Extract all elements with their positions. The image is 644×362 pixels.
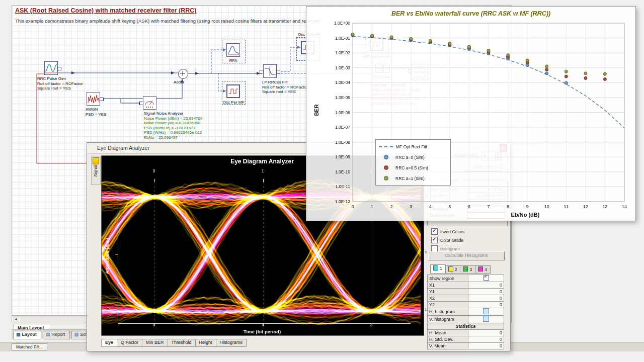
tab-icon: ▦ — [16, 332, 21, 337]
gauge-icon — [143, 97, 156, 109]
table-cell-value[interactable]: 0 — [468, 330, 504, 336]
input-port[interactable] — [260, 70, 264, 73]
table-row: H. Mean0 — [428, 330, 504, 336]
waveform-icon — [45, 62, 57, 74]
tab-report[interactable]: ▤Report — [43, 331, 70, 339]
table-row: X10 — [428, 282, 504, 289]
tab-signal[interactable]: Signal — [91, 156, 101, 185]
chart-yaxis-label: BER — [313, 104, 319, 116]
region-color-tabs: 1234 — [430, 264, 491, 273]
table-row: V. Mean0 — [428, 343, 504, 349]
eye-window-title: Eye Diagram Analyzer — [97, 145, 149, 151]
plus-icon — [179, 69, 187, 77]
x-tick-label: 0 — [351, 204, 354, 209]
tab-layout[interactable]: ▦Layout — [13, 331, 41, 339]
block-osc-per-mf[interactable] — [226, 84, 240, 98]
tab-min-ber[interactable]: Min BER — [142, 339, 168, 347]
x-tick-label: 9 — [526, 204, 529, 209]
color-tab-3[interactable]: 3 — [460, 265, 475, 274]
block-rfa[interactable] — [226, 43, 240, 57]
color-tab-2[interactable]: 2 — [446, 265, 461, 274]
histogram-checkbox[interactable] — [483, 316, 489, 322]
output-port[interactable] — [57, 67, 61, 70]
block-param: EbNo = 25.096497 — [144, 135, 202, 140]
checkbox[interactable] — [431, 237, 438, 243]
schematic-subtitle: This example demonstrates binary amplitu… — [15, 18, 320, 24]
block-param: PSD (W/Hz) = 0.99615495e-012 — [144, 130, 202, 135]
block-name: AWGN — [86, 107, 106, 112]
chart-legend: MF Opt Rect FiltRRC a=0 (Sim)RRC a=0.5 (… — [375, 139, 451, 186]
x-tick-label: 6 — [468, 204, 470, 209]
checkbox-row: Invert Colors — [431, 227, 464, 236]
tab-eye[interactable]: Eye — [101, 339, 117, 347]
table-cell-label: H. histogram — [428, 308, 468, 316]
block-label-adder: Adder — [174, 80, 184, 85]
input-port[interactable] — [139, 102, 143, 105]
tab-label: Report — [52, 332, 65, 337]
filter-curve-icon — [227, 44, 239, 56]
data-point — [565, 81, 568, 84]
tab-height[interactable]: Height — [196, 339, 216, 347]
table-cell-value[interactable]: 0 — [468, 343, 504, 349]
schematic-title: ASK (Root Raised Cosine) with matched re… — [15, 7, 196, 14]
color-tab-label: 1 — [440, 266, 442, 271]
legend-label: RRC a=0 (Sim) — [395, 155, 425, 160]
data-point — [545, 65, 548, 68]
block-adder[interactable] — [178, 69, 188, 79]
legend-label: RRC a=1 (Sim) — [395, 176, 425, 181]
x-tick-label: 14 — [622, 204, 627, 209]
color-tab-4[interactable]: 4 — [475, 265, 491, 274]
x-tick-label: 3 — [410, 204, 412, 209]
ber-plot: 1.0E+001.0E-011.0E-021.0E-031.0E-041.0E-… — [306, 7, 635, 221]
table-cell-value[interactable]: 0 — [468, 282, 504, 289]
y-tick-label: 1.0E-10 — [335, 169, 350, 174]
table-cell-value[interactable]: 0 — [468, 289, 504, 295]
legend-item: RRC a=0 (Sim) — [379, 152, 450, 162]
y-tick-label: 1.0E-09 — [335, 154, 350, 159]
table-cell-label: Show region — [428, 275, 468, 282]
eye-xaxis-label: Time (bit period) — [187, 329, 338, 334]
legend-label: MF Opt Rect Filt — [396, 144, 427, 149]
data-point — [603, 78, 606, 81]
table-cell-value[interactable]: 0 — [468, 295, 504, 302]
output-port[interactable] — [100, 98, 104, 101]
block-awgn[interactable] — [87, 92, 100, 106]
block-label-awgn: AWGN PSD = YES — [86, 107, 106, 117]
checkbox-label: Invert Colors — [440, 229, 464, 234]
y-tick-label: 1.0E-12 — [335, 199, 350, 204]
legend-item: MF Opt Rect Filt — [379, 141, 450, 152]
tab-q-factor[interactable]: Q Factor — [117, 339, 142, 347]
tab-histograms[interactable]: Histograms — [216, 339, 247, 347]
tab-threshold[interactable]: Threshold — [168, 339, 196, 347]
checkbox-row: Color Grade — [431, 236, 464, 244]
color-tab-label: 4 — [485, 267, 487, 272]
tab-label: Layout — [22, 332, 37, 337]
histogram-checkbox[interactable] — [483, 308, 489, 314]
table-cell-value[interactable]: 0 — [468, 302, 504, 308]
y-tick-left: 1 — [103, 194, 111, 199]
y-tick-label: 1.0E-06 — [335, 110, 350, 115]
block-lp-rrcos-filt[interactable] — [263, 64, 277, 78]
x-tick-label: 2 — [390, 204, 393, 209]
legend-dot-sample — [384, 165, 388, 170]
block-rrc-pulse-gen[interactable] — [44, 61, 58, 75]
block-name: LP RRCos Filt — [262, 80, 308, 85]
legend-item: RRC a=0.5 (Sim) — [379, 162, 450, 173]
table-cell-label: V. histogram — [428, 316, 468, 323]
calculate-histograms-button[interactable]: Calculate Histograms — [428, 251, 505, 260]
color-tab-1[interactable]: 1 — [430, 264, 446, 274]
block-name: Adder — [174, 80, 184, 85]
block-signal-noise-analyzer[interactable] — [143, 96, 156, 110]
lowpass-filter-icon — [264, 65, 276, 77]
data-point — [565, 70, 568, 73]
legend-item: RRC a=1 (Sim) — [379, 173, 450, 184]
table-cell-value[interactable]: 0 — [468, 336, 504, 343]
output-port[interactable] — [276, 70, 280, 73]
table-cell-checkbox — [468, 308, 504, 316]
color-swatch — [448, 266, 453, 272]
x-tick-label: 7 — [487, 204, 490, 209]
x-tick-top: 1 — [258, 168, 267, 173]
checkbox[interactable] — [431, 228, 438, 235]
tab-matched-filter[interactable]: Matched Filt... — [12, 343, 47, 350]
checkbox[interactable] — [484, 275, 489, 281]
